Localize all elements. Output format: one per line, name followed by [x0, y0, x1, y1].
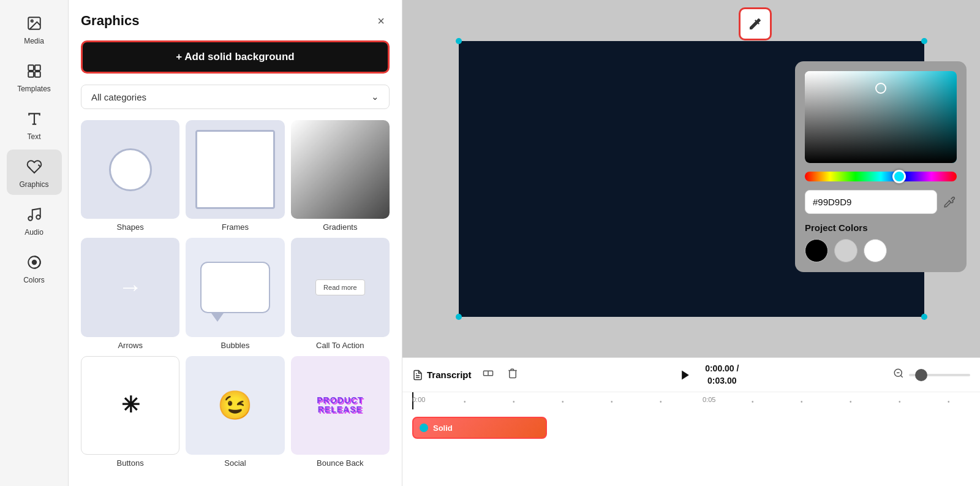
time-display: 0:00.00 / 0:03.00 [705, 363, 739, 387]
graphics-panel: Graphics × + Add solid background All ca… [69, 0, 402, 486]
hue-slider[interactable] [805, 172, 957, 181]
sidebar-templates-label: Templates [17, 85, 51, 93]
color-swatch-white[interactable] [864, 239, 887, 262]
timeline-tracks: Solid [402, 409, 980, 486]
play-button[interactable] [674, 364, 696, 386]
frames-label: Frames [222, 222, 249, 232]
grid-item-gradients[interactable]: Gradients [291, 120, 390, 232]
sidebar-item-colors[interactable]: Colors [7, 245, 62, 290]
cta-label: Call To Action [316, 341, 364, 350]
project-colors-swatches [805, 239, 957, 262]
color-picker-trigger-button[interactable] [739, 7, 772, 40]
gradients-label: Gradients [323, 222, 357, 232]
panel-close-button[interactable]: × [372, 12, 390, 29]
categories-dropdown[interactable]: All categories ⌄ [81, 85, 390, 109]
color-picker-panel: Project Colors [795, 61, 967, 272]
cta-thumbnail: Read more [291, 238, 390, 336]
bubble-tail [211, 313, 224, 322]
timeline-ruler: 0:00 0:05 • • • • • • • • • • [402, 392, 980, 409]
split-button[interactable] [480, 365, 496, 384]
sidebar-item-graphics[interactable]: Graphics [7, 150, 62, 195]
svg-line-8 [38, 165, 40, 167]
add-bg-label: + Add solid background [176, 51, 294, 63]
social-emoji: 😉 [217, 389, 252, 422]
grid-item-frames[interactable]: Frames [186, 120, 284, 232]
marker-1: 0:05 [703, 396, 715, 403]
eyedropper-button[interactable] [942, 191, 957, 213]
zoom-slider[interactable] [909, 374, 970, 376]
colors-icon [23, 251, 45, 273]
media-icon [23, 12, 45, 34]
audio-icon [23, 203, 45, 226]
color-gradient-box[interactable] [805, 71, 957, 163]
delete-button[interactable] [505, 365, 521, 384]
canvas-viewport: Project Colors [402, 0, 980, 357]
track-row-solid: Solid [412, 414, 970, 441]
hex-input-row [805, 190, 957, 214]
asterisk-icon: ✳ [121, 392, 140, 418]
sidebar-audio-label: Audio [24, 228, 43, 237]
corner-handle-tr[interactable] [921, 38, 927, 44]
grid-item-arrows[interactable]: → Arrows [81, 238, 179, 349]
sidebar: Media Templates Text [0, 0, 69, 486]
color-picker-handle[interactable] [875, 83, 886, 94]
color-swatch-black[interactable] [805, 239, 828, 262]
svg-rect-4 [28, 72, 34, 77]
svg-line-9 [28, 167, 30, 169]
sidebar-media-label: Media [24, 37, 44, 45]
buttons-label: Buttons [117, 458, 144, 468]
bounceback-thumbnail: PRODUCTRELEASE [291, 356, 390, 455]
categories-label: All categories [91, 92, 146, 102]
svg-point-10 [28, 216, 32, 221]
timeline-area: Transcript [402, 357, 980, 486]
corner-handle-tl[interactable] [456, 38, 462, 44]
svg-point-1 [31, 20, 32, 22]
grid-item-cta[interactable]: Read more Call To Action [291, 238, 390, 349]
sidebar-item-audio[interactable]: Audio [7, 197, 62, 243]
grid-item-buttons[interactable]: ✳ Buttons [81, 356, 179, 468]
shapes-label: Shapes [117, 222, 144, 232]
time-current: 0:00.00 / [705, 363, 739, 373]
social-label: Social [224, 458, 246, 468]
graphics-grid: Shapes Frames Gradients → Arrows [81, 120, 390, 468]
grid-item-bubbles[interactable]: Bubbles [186, 238, 284, 349]
arrows-thumbnail: → [81, 238, 179, 336]
zoom-controls [893, 368, 970, 382]
bubbles-thumbnail [186, 238, 284, 336]
svg-point-11 [36, 215, 40, 219]
solid-track[interactable]: Solid [412, 417, 547, 439]
chevron-down-icon: ⌄ [371, 91, 379, 102]
corner-handle-bl[interactable] [456, 314, 462, 320]
corner-handle-br[interactable] [921, 314, 927, 320]
hex-color-input[interactable] [805, 190, 937, 214]
zoom-out-button[interactable] [893, 368, 904, 382]
svg-rect-5 [35, 72, 40, 77]
bubbles-label: Bubbles [221, 341, 250, 350]
sidebar-item-text[interactable]: Text [7, 102, 62, 147]
timeline-controls: Transcript [402, 358, 980, 392]
grid-item-shapes[interactable]: Shapes [81, 120, 179, 232]
sidebar-item-templates[interactable]: Templates [7, 54, 62, 99]
panel-title: Graphics [81, 13, 139, 29]
gradients-thumbnail [291, 120, 390, 219]
buttons-thumbnail: ✳ [81, 356, 179, 455]
arrow-icon: → [118, 273, 143, 301]
transcript-button[interactable]: Transcript [412, 370, 472, 381]
track-label: Solid [433, 423, 453, 433]
hue-slider-handle[interactable] [892, 170, 906, 183]
grid-item-social[interactable]: 😉 Social [186, 356, 284, 468]
transcript-label: Transcript [427, 370, 472, 380]
social-thumbnail: 😉 [186, 356, 284, 455]
sidebar-text-label: Text [27, 132, 40, 141]
sidebar-item-media[interactable]: Media [7, 6, 62, 51]
sidebar-colors-label: Colors [23, 276, 45, 284]
color-swatch-gray[interactable] [834, 239, 858, 262]
grid-item-bounceback[interactable]: PRODUCTRELEASE Bounce Back [291, 356, 390, 468]
cta-text: Read more [315, 279, 364, 295]
track-color-indicator [420, 423, 428, 432]
add-solid-background-button[interactable]: + Add solid background [81, 40, 390, 74]
svg-marker-18 [682, 370, 689, 379]
arrows-label: Arrows [118, 341, 142, 350]
panel-header: Graphics × [81, 12, 390, 29]
sidebar-graphics-label: Graphics [19, 180, 48, 189]
